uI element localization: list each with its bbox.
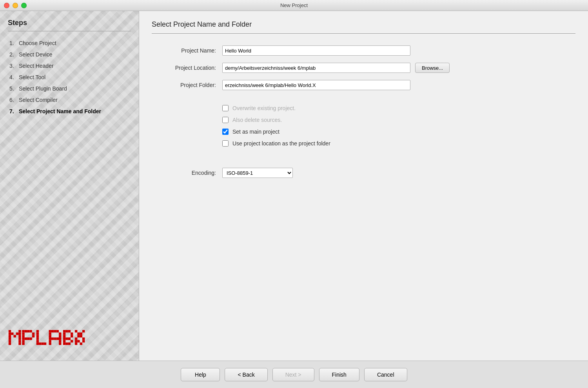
svg-rect-26: [29, 337, 32, 340]
svg-rect-69: [68, 343, 71, 345]
svg-rect-72: [77, 332, 80, 335]
project-location-input[interactable]: [222, 63, 410, 73]
svg-rect-61: [65, 330, 68, 332]
checkbox-section: Overwrite existing project. Also delete …: [222, 105, 575, 152]
svg-rect-83: [75, 340, 77, 342]
use-location-checkbox[interactable]: [222, 140, 229, 147]
svg-rect-48: [59, 335, 61, 337]
svg-rect-4: [9, 340, 11, 342]
project-name-input[interactable]: [222, 45, 410, 56]
svg-rect-39: [49, 332, 51, 335]
svg-rect-70: [65, 343, 68, 345]
delete-sources-checkbox[interactable]: [222, 117, 229, 123]
svg-rect-60: [63, 343, 65, 345]
minimize-btn[interactable]: [13, 3, 18, 8]
svg-rect-23: [29, 330, 32, 332]
svg-rect-25: [32, 335, 34, 337]
svg-rect-68: [71, 340, 73, 342]
svg-rect-52: [51, 337, 54, 340]
svg-rect-76: [80, 332, 82, 335]
svg-rect-0: [9, 330, 11, 332]
svg-rect-14: [18, 343, 21, 345]
svg-rect-42: [49, 340, 51, 342]
svg-rect-19: [22, 340, 24, 342]
encoding-select[interactable]: ISO-8859-1 UTF-8 UTF-16 US-ASCII: [222, 168, 293, 178]
svg-rect-78: [75, 337, 77, 340]
svg-rect-49: [59, 337, 61, 340]
window-title: New Project: [280, 2, 308, 8]
svg-rect-62: [68, 330, 71, 332]
maximize-btn[interactable]: [21, 3, 27, 8]
svg-rect-71: [75, 330, 77, 332]
project-folder-input[interactable]: [222, 80, 410, 90]
svg-rect-73: [80, 335, 82, 337]
svg-rect-46: [56, 330, 59, 332]
main-project-checkbox[interactable]: [222, 129, 229, 135]
bottom-bar: Help < Back Next > Finish Cancel: [0, 361, 588, 388]
svg-rect-11: [18, 335, 21, 337]
sidebar-item-select-compiler: 6. Select Compiler: [8, 94, 131, 106]
overwrite-checkbox[interactable]: [222, 105, 229, 111]
svg-rect-1: [9, 332, 11, 335]
titlebar: New Project: [0, 0, 588, 11]
project-location-label: Project Location:: [152, 65, 222, 71]
overwrite-checkbox-row: Overwrite existing project.: [222, 105, 575, 111]
svg-rect-30: [36, 332, 39, 335]
cancel-button[interactable]: Cancel: [364, 368, 407, 381]
svg-rect-29: [36, 330, 39, 332]
svg-rect-80: [80, 343, 82, 345]
back-button[interactable]: < Back: [225, 368, 267, 381]
svg-rect-2: [9, 335, 11, 337]
close-btn[interactable]: [4, 3, 9, 8]
next-button[interactable]: Next >: [272, 368, 314, 381]
svg-rect-27: [27, 337, 29, 340]
svg-rect-20: [22, 343, 24, 345]
svg-rect-64: [71, 335, 73, 337]
main-content: Steps 1. Choose Project 2. Select Device…: [0, 11, 588, 361]
use-location-label: Use project location as the project fold…: [232, 140, 330, 147]
svg-rect-22: [27, 330, 29, 332]
sidebar-item-choose-project: 1. Choose Project: [8, 38, 131, 49]
svg-rect-16: [22, 332, 24, 335]
svg-rect-77: [77, 335, 80, 337]
svg-rect-63: [71, 332, 73, 335]
sidebar-item-select-plugin-board: 5. Select Plugin Board: [8, 83, 131, 94]
svg-rect-43: [49, 343, 51, 345]
sidebar-item-select-device: 2. Select Device: [8, 49, 131, 60]
svg-rect-18: [22, 337, 24, 340]
svg-rect-13: [18, 340, 21, 342]
svg-rect-7: [14, 335, 16, 337]
svg-rect-40: [49, 335, 51, 337]
browse-button[interactable]: Browse...: [415, 63, 450, 73]
svg-rect-82: [82, 340, 85, 342]
project-folder-row: Project Folder:: [152, 80, 575, 90]
svg-rect-55: [63, 330, 65, 332]
svg-rect-9: [18, 330, 21, 332]
main-project-checkbox-row: Set as main project: [222, 129, 575, 135]
svg-rect-12: [18, 337, 21, 340]
svg-rect-24: [32, 332, 34, 335]
project-folder-label: Project Folder:: [152, 82, 222, 88]
svg-rect-38: [49, 330, 51, 332]
delete-sources-label: Also delete sources.: [232, 117, 282, 123]
svg-rect-58: [63, 337, 65, 340]
sidebar-item-select-project-name: 7. Select Project Name and Folder: [8, 106, 131, 117]
svg-rect-50: [59, 340, 61, 342]
project-location-row: Project Location: Browse...: [152, 63, 575, 73]
delete-sources-checkbox-row: Also delete sources.: [222, 117, 575, 123]
svg-rect-10: [18, 332, 21, 335]
svg-rect-45: [54, 330, 56, 332]
finish-button[interactable]: Finish: [319, 368, 359, 381]
svg-rect-28: [25, 337, 27, 340]
svg-rect-59: [63, 340, 65, 342]
svg-rect-17: [22, 335, 24, 337]
overwrite-label: Overwrite existing project.: [232, 105, 296, 111]
svg-rect-21: [25, 330, 27, 332]
help-button[interactable]: Help: [181, 368, 220, 381]
svg-rect-31: [36, 335, 39, 337]
svg-rect-37: [44, 343, 46, 345]
svg-rect-66: [65, 337, 68, 340]
svg-rect-54: [56, 337, 59, 340]
svg-rect-8: [16, 332, 18, 335]
svg-rect-6: [11, 332, 13, 335]
